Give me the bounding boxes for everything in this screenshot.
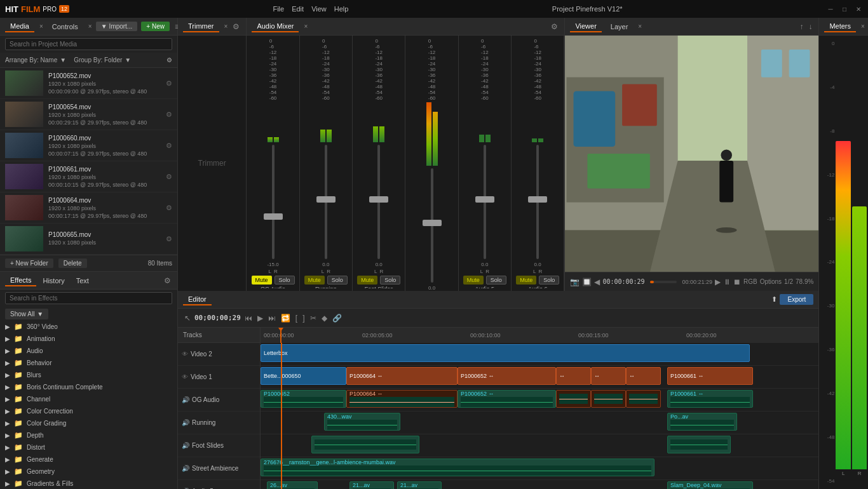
solo-button[interactable]: Solo	[275, 276, 295, 285]
effects-folder-item[interactable]: ▶ 📁 Color Grading	[0, 417, 177, 429]
timeline-clip[interactable]: ↔	[626, 367, 661, 385]
mute-button[interactable]: Mute	[516, 276, 536, 285]
timeline-clip[interactable]	[591, 390, 626, 408]
media-item[interactable]: P1000652.mov 1920 x 1080 pixels 00:00:09…	[0, 68, 177, 99]
timeline-ruler[interactable]: 00:00:00:00 02:00:05:00 00:00:10:00 00:0…	[261, 328, 818, 343]
audio-mixer-settings-icon[interactable]: ⚙	[550, 21, 559, 32]
arrange-dropdown-icon[interactable]: ▼	[60, 57, 66, 64]
menu-file[interactable]: File	[273, 5, 284, 13]
delete-button[interactable]: Delete	[58, 258, 87, 268]
group-dropdown-icon[interactable]: ▼	[125, 57, 131, 64]
viewer-arrow-left-icon[interactable]: ◀	[594, 278, 600, 286]
effects-folder-item[interactable]: ▶ 📁 Channel	[0, 393, 177, 405]
maximize-button[interactable]: □	[840, 4, 849, 13]
media-item-settings-icon[interactable]: ⚙	[166, 111, 172, 119]
effects-folder-item[interactable]: ▶ 📁 Behavior	[0, 357, 177, 369]
viewer-zoom-icon[interactable]: 🔲	[582, 278, 592, 286]
solo-button[interactable]: Solo	[539, 276, 559, 285]
effects-search-input[interactable]	[5, 292, 172, 304]
fader-handle[interactable]	[369, 196, 388, 203]
fader-handle[interactable]	[475, 196, 494, 203]
timeline-clip[interactable]: 430...wav	[324, 413, 400, 431]
editor-loop-icon[interactable]: 🔁	[280, 312, 292, 324]
viewer-options-label[interactable]: Options	[760, 278, 782, 285]
trimmer-settings-icon[interactable]: ⚙	[231, 21, 241, 32]
media-item[interactable]: P1000665.mov 1920 x 1080 pixels ⚙	[0, 224, 177, 255]
viewer-pause-button[interactable]: ⏸	[723, 278, 731, 286]
mute-button[interactable]: Mute	[463, 276, 484, 285]
timeline-clip[interactable]: P1000661 ↔	[667, 390, 753, 408]
viewer-play-button[interactable]: ▶	[715, 278, 721, 286]
media-tab-close[interactable]: ×	[39, 23, 43, 30]
timeline-clip[interactable]: P1000652 ↔	[458, 390, 556, 408]
viewer-stop-button[interactable]: ⏹	[733, 278, 741, 286]
track-visibility-button[interactable]: 👁	[182, 351, 188, 358]
fader-handle[interactable]	[316, 196, 336, 203]
effects-folder-item[interactable]: ▶ 📁 Audio	[0, 345, 177, 357]
tab-text[interactable]: Text	[71, 276, 94, 286]
fader-handle[interactable]	[264, 213, 283, 220]
audio-mixer-close[interactable]: ×	[304, 23, 308, 30]
media-search-input[interactable]	[5, 38, 172, 50]
meters-close[interactable]: ×	[861, 23, 865, 30]
tab-viewer[interactable]: Viewer	[570, 21, 601, 32]
tab-audio-mixer[interactable]: Audio Mixer	[252, 21, 299, 32]
track-audio-button[interactable]: 🔊	[182, 396, 189, 403]
menu-edit[interactable]: Edit	[292, 5, 304, 13]
media-item[interactable]: P1000661.mov 1920 x 1080 pixels 00:00:10…	[0, 161, 177, 192]
tab-meters[interactable]: Meters	[824, 21, 856, 32]
effects-settings-icon[interactable]: ⚙	[163, 275, 172, 286]
tab-controls[interactable]: Controls	[47, 22, 83, 32]
mute-button[interactable]: Mute	[304, 276, 325, 285]
effects-folder-item[interactable]: ▶ 📁 Boris Continuum Complete	[0, 381, 177, 393]
timeline-clip[interactable]	[667, 436, 731, 453]
menu-help[interactable]: Help	[334, 5, 349, 13]
effects-folder-item[interactable]: ▶ 📁 Blurs	[0, 369, 177, 381]
media-item-settings-icon[interactable]: ⚙	[166, 173, 172, 181]
controls-tab-close[interactable]: ×	[88, 23, 92, 30]
editor-out-point[interactable]: ]	[301, 312, 306, 324]
timeline-clip[interactable]: 21...av	[397, 481, 442, 489]
media-item[interactable]: P1000654.mov 1920 x 1080 pixels 00:00:29…	[0, 99, 177, 130]
fader-handle[interactable]	[528, 196, 547, 203]
effects-folder-item[interactable]: ▶ 📁 Color Correction	[0, 405, 177, 417]
import-button[interactable]: ▼ Import...	[96, 22, 138, 31]
new-folder-button[interactable]: + New Folder	[5, 258, 53, 268]
minimize-button[interactable]: ─	[826, 4, 835, 13]
menu-view[interactable]: View	[311, 5, 327, 13]
timeline-clip[interactable]: P1000652 ↔	[458, 367, 556, 385]
timeline-clip[interactable]: Slam_Deep_04.wav	[667, 481, 753, 489]
timeline-clip[interactable]: Bette...000650	[261, 367, 346, 385]
show-all-button[interactable]: Show All ▼	[5, 309, 48, 319]
editor-prev-frame[interactable]: ⏮	[243, 312, 254, 324]
timeline-clip[interactable]: ↔	[591, 367, 626, 385]
track-audio-button[interactable]: 🔊	[182, 419, 189, 426]
viewer-arrow-up-icon[interactable]: ↑	[798, 21, 804, 32]
editor-cut-icon[interactable]: ✂	[309, 312, 318, 324]
viewer-zoom-label[interactable]: 78.9%	[796, 278, 813, 285]
media-item-settings-icon[interactable]: ⚙	[166, 142, 172, 150]
effects-folder-item[interactable]: ▶ 📁 Generate	[0, 453, 177, 466]
solo-button[interactable]: Solo	[327, 276, 348, 285]
viewer-camera-icon[interactable]: 📷	[570, 278, 580, 286]
tab-editor[interactable]: Editor	[183, 294, 212, 305]
effects-folder-item[interactable]: ▶ 📁 Distort	[0, 441, 177, 453]
timeline-clip[interactable]: P1000661 ↔	[667, 367, 753, 385]
tab-media[interactable]: Media	[5, 21, 34, 32]
media-item-settings-icon[interactable]: ⚙	[166, 79, 172, 88]
viewer-rgb-label[interactable]: RGB	[743, 278, 757, 285]
effects-folder-item[interactable]: ▶ 📁 Gradients & Fills	[0, 478, 177, 489]
timeline-clip[interactable]: 21...av	[349, 481, 394, 489]
media-item[interactable]: P1000660.mov 1920 x 1080 pixels 00:00:07…	[0, 130, 177, 161]
editor-next-frame[interactable]: ⏭	[267, 312, 277, 324]
solo-button[interactable]: Solo	[380, 276, 400, 285]
viewer-close[interactable]: ×	[638, 23, 642, 30]
media-item[interactable]: P1000664.mov 1920 x 1080 pixels 00:00:17…	[0, 192, 177, 224]
timeline-clip[interactable]: Po...av	[667, 413, 737, 431]
track-visibility-button[interactable]: 👁	[182, 373, 188, 380]
new-button[interactable]: + New	[141, 22, 170, 31]
editor-in-point[interactable]: [	[294, 312, 299, 324]
track-audio-button[interactable]: 🔊	[182, 442, 189, 449]
timeline-clip[interactable]: ↔	[556, 367, 591, 385]
mute-button[interactable]: Mute	[357, 276, 377, 285]
